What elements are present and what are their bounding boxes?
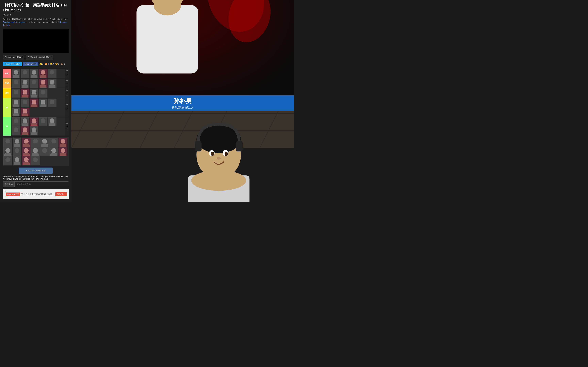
tier-image[interactable] bbox=[12, 89, 20, 98]
ad-cta-label: 立即查询 → bbox=[57, 193, 66, 195]
poop-reaction-button[interactable]: 💩 0 bbox=[61, 63, 65, 66]
love-count: 0 bbox=[48, 63, 49, 66]
hug-reaction-button[interactable]: 🤝 0 bbox=[55, 63, 59, 66]
up-button-ssr[interactable]: ∧ bbox=[66, 82, 68, 85]
tier-controls-sr: ⚙ ∧ ∨ bbox=[65, 88, 69, 98]
alignment-chart-button[interactable]: ⊞ Alignment Chart bbox=[3, 55, 24, 59]
tier-image[interactable] bbox=[21, 69, 29, 78]
tier-image[interactable] bbox=[12, 117, 20, 126]
tier-images-n[interactable] bbox=[11, 117, 65, 136]
pool-image[interactable] bbox=[22, 147, 31, 156]
down-button-r[interactable]: ∨ bbox=[66, 109, 68, 112]
fb-share-button[interactable]: Share on FB bbox=[23, 62, 38, 66]
neutral-count: 0 bbox=[42, 63, 43, 66]
pool-image[interactable] bbox=[13, 147, 21, 156]
tier-image[interactable] bbox=[30, 89, 38, 98]
fb-label: Share on FB bbox=[25, 63, 36, 65]
gear-button-r[interactable]: ⚙ bbox=[66, 103, 68, 106]
ad-logo: Microsoft 365 bbox=[6, 192, 20, 196]
pool-image[interactable] bbox=[59, 147, 67, 156]
pool-image[interactable] bbox=[22, 138, 31, 147]
up-button-n[interactable]: ∧ bbox=[66, 125, 68, 128]
tier-image[interactable] bbox=[21, 79, 29, 88]
random-templates-link[interactable]: Random tier list templates bbox=[3, 21, 26, 24]
tier-image[interactable] bbox=[48, 99, 56, 107]
tier-image[interactable] bbox=[21, 117, 29, 126]
down-button-sr[interactable]: ∨ bbox=[66, 95, 68, 97]
tier-image[interactable] bbox=[30, 79, 38, 88]
choose-file-button[interactable]: 选择文件 bbox=[3, 182, 15, 187]
pool-image[interactable] bbox=[49, 138, 58, 147]
tier-image[interactable] bbox=[21, 126, 29, 135]
love-reaction-button[interactable]: 😍 0 bbox=[44, 63, 49, 66]
up-button-sr[interactable]: ∧ bbox=[66, 92, 68, 94]
pool-image[interactable] bbox=[3, 147, 12, 156]
tier-label-r: R bbox=[3, 98, 11, 117]
laugh-reaction-button[interactable]: 😂 0 bbox=[50, 63, 54, 66]
pool-image[interactable] bbox=[59, 138, 67, 147]
tier-image[interactable] bbox=[30, 99, 38, 107]
pool-image[interactable] bbox=[40, 147, 49, 156]
tier-image[interactable] bbox=[39, 117, 47, 126]
tier-image[interactable] bbox=[48, 69, 56, 78]
pool-image[interactable] bbox=[31, 156, 40, 165]
chart-buttons: ⊞ Alignment Chart ⊡ View Community Rank bbox=[3, 55, 69, 59]
tier-image[interactable] bbox=[12, 108, 20, 116]
gear-button-sr[interactable]: ⚙ bbox=[66, 89, 68, 92]
tier-images-ur[interactable] bbox=[11, 69, 65, 78]
community-rank-button[interactable]: ⊡ View Community Rank bbox=[26, 55, 53, 59]
tier-image[interactable] bbox=[48, 79, 56, 88]
save-download-button[interactable]: Save or Download bbox=[19, 167, 53, 174]
tier-image[interactable] bbox=[12, 99, 20, 107]
tier-image[interactable] bbox=[12, 69, 20, 78]
no-file-text: 未选择任何文件 bbox=[15, 182, 32, 187]
pool-image[interactable] bbox=[3, 156, 12, 165]
tier-image[interactable] bbox=[30, 117, 38, 126]
up-button-r[interactable]: ∧ bbox=[66, 106, 68, 109]
tier-image[interactable] bbox=[30, 126, 38, 135]
gear-button-n[interactable]: ⚙ bbox=[66, 122, 68, 125]
contestant-figure bbox=[71, 0, 294, 111]
tier-image[interactable] bbox=[39, 99, 47, 107]
pool-image[interactable] bbox=[49, 147, 58, 156]
pool-image[interactable] bbox=[3, 138, 12, 147]
contestant-svg bbox=[71, 0, 294, 111]
gear-button-ssr[interactable]: ⚙ bbox=[66, 79, 68, 82]
down-button-ur[interactable]: ∨ bbox=[66, 75, 68, 78]
ad-content: Microsoft 365 获取开展业务所需的日常解决方案 bbox=[6, 192, 55, 196]
tier-images-sr[interactable] bbox=[11, 88, 65, 98]
streamer-background bbox=[71, 111, 294, 202]
neutral-reaction-button[interactable]: 😐 0 bbox=[39, 63, 43, 66]
pool-image[interactable] bbox=[31, 138, 40, 147]
tier-image[interactable] bbox=[21, 99, 29, 107]
tier-image[interactable] bbox=[39, 69, 47, 78]
laugh-count: 0 bbox=[53, 63, 54, 66]
tier-controls-n: ⚙ ∧ ∨ bbox=[65, 117, 69, 136]
pool-image[interactable] bbox=[13, 138, 21, 147]
choose-file-label: 选择文件 bbox=[5, 183, 13, 185]
tier-image[interactable] bbox=[21, 108, 29, 116]
gear-button-ur[interactable]: ⚙ bbox=[66, 69, 68, 72]
grid-icon: ⊞ bbox=[5, 56, 7, 58]
love-emoji: 😍 bbox=[44, 63, 47, 66]
ad-cta-button[interactable]: 立即查询 → bbox=[55, 192, 67, 196]
tier-images-r[interactable] bbox=[11, 98, 65, 117]
down-button-n[interactable]: ∨ bbox=[66, 128, 68, 131]
ad-close-button[interactable]: × bbox=[4, 190, 6, 193]
up-button-ur[interactable]: ∧ bbox=[66, 72, 68, 75]
twitter-share-button[interactable]: Share on Twitter bbox=[3, 62, 22, 66]
pool-image[interactable] bbox=[31, 147, 40, 156]
tier-image[interactable] bbox=[12, 126, 20, 135]
pool-image[interactable] bbox=[22, 156, 31, 165]
tier-image[interactable] bbox=[48, 117, 56, 126]
tier-image[interactable] bbox=[39, 79, 47, 88]
pool-image[interactable] bbox=[13, 156, 21, 165]
tier-image[interactable] bbox=[39, 89, 47, 98]
tier-image[interactable] bbox=[30, 69, 38, 78]
down-button-ssr[interactable]: ∨ bbox=[66, 85, 68, 87]
tier-image[interactable] bbox=[21, 89, 29, 98]
tier-image[interactable] bbox=[12, 79, 20, 88]
svg-point-25 bbox=[225, 152, 228, 156]
tier-images-ssr[interactable] bbox=[11, 78, 65, 88]
pool-image[interactable] bbox=[40, 138, 49, 147]
